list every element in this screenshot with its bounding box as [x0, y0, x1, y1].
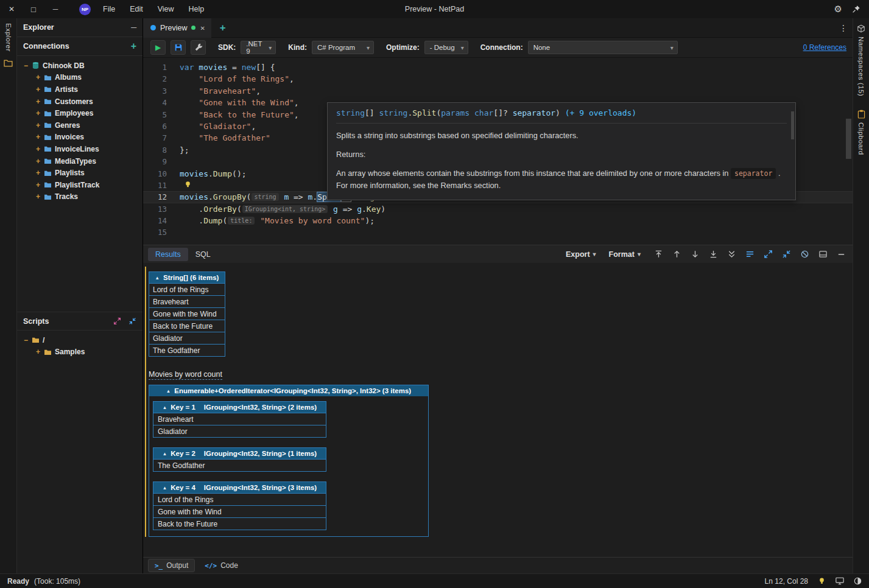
minimize-window-icon[interactable]	[51, 5, 60, 13]
download-icon[interactable]	[708, 249, 719, 259]
connection-select[interactable]: None	[528, 41, 678, 54]
run-button[interactable]	[150, 40, 166, 55]
kind-select[interactable]: C# Program	[312, 41, 374, 54]
expander-icon[interactable]	[35, 181, 41, 189]
expander-icon[interactable]	[35, 85, 41, 94]
lightbulb-icon[interactable]	[185, 181, 191, 188]
tree-item-employees[interactable]: Employees	[17, 107, 142, 119]
menu-help[interactable]: Help	[183, 2, 211, 16]
tab-results[interactable]: Results	[148, 248, 188, 261]
expander-icon[interactable]	[35, 192, 41, 201]
collapse-panel-icon[interactable]	[131, 23, 136, 32]
tab-sql[interactable]: SQL	[188, 248, 218, 261]
scripts-item-root[interactable]: /	[17, 334, 142, 346]
add-connection-icon[interactable]	[131, 41, 136, 52]
expander-icon[interactable]	[35, 169, 41, 177]
settings-gear-icon[interactable]	[834, 4, 842, 15]
group-table-header[interactable]: Key = 2IGrouping<Int32, String> (1 items…	[153, 447, 326, 460]
rail-item-namespaces[interactable]: Namespaces (15)	[857, 24, 865, 96]
expander-icon[interactable]	[35, 133, 41, 141]
minimize-icon[interactable]	[836, 249, 846, 259]
optimize-label: Optimize:	[386, 43, 420, 52]
menu-file[interactable]: File	[97, 2, 121, 16]
tree-item-artists[interactable]: Artists	[17, 83, 142, 96]
new-tab-button[interactable]	[220, 22, 226, 34]
close-window-icon[interactable]	[7, 5, 16, 13]
scripts-item-samples[interactable]: Samples	[17, 346, 142, 359]
result-row: Braveheart	[149, 296, 225, 308]
more-options-icon[interactable]	[839, 23, 848, 33]
menu-view[interactable]: View	[152, 2, 180, 16]
code-token: (	[247, 192, 252, 201]
tab-preview[interactable]: Preview	[143, 18, 211, 38]
sidebar: Explorer Connections Chinook DBAlbumsArt…	[17, 18, 143, 573]
rail-item-clipboard[interactable]: Clipboard	[857, 110, 865, 155]
format-dropdown[interactable]: Format	[609, 250, 641, 259]
export-dropdown[interactable]: Export	[566, 250, 596, 259]
theme-contrast-icon[interactable]	[854, 577, 862, 585]
tree-item-genres[interactable]: Genres	[17, 119, 142, 131]
tree-item-playlisttrack[interactable]: PlaylistTrack	[17, 179, 142, 191]
code-editor[interactable]: 1var movies = new[] {2 "Lord of the Ring…	[143, 58, 853, 245]
line-number: 11	[143, 180, 180, 191]
tree-item-albums[interactable]: Albums	[17, 72, 142, 84]
pin-icon[interactable]	[852, 5, 860, 13]
tab-output[interactable]: >_ Output	[148, 559, 195, 572]
arrow-up-icon[interactable]	[672, 249, 682, 259]
tree-item-invoices[interactable]: Invoices	[17, 131, 142, 144]
rail-explorer-label[interactable]: Explorer	[5, 23, 12, 52]
cursor-position[interactable]: Ln 12, Col 28	[765, 577, 808, 586]
lightbulb-icon[interactable]	[818, 577, 826, 585]
optimize-select[interactable]: - Debug	[424, 41, 468, 54]
tree-item-tracks[interactable]: Tracks	[17, 191, 142, 203]
properties-button[interactable]	[191, 40, 206, 55]
tree-item-mediatypes[interactable]: MediaTypes	[17, 155, 142, 167]
expander-icon[interactable]	[35, 73, 41, 82]
expander-icon[interactable]	[35, 97, 41, 106]
tooltip-signature: string[] string.Split(params char[]? sep…	[336, 108, 787, 124]
tooltip-scrollbar[interactable]	[791, 111, 794, 139]
expander-icon[interactable]	[35, 109, 41, 117]
expander-icon[interactable]	[35, 157, 41, 166]
tree-item-invoicelines[interactable]: InvoiceLines	[17, 143, 142, 155]
chevrons-down-icon[interactable]	[727, 249, 737, 259]
monitor-icon[interactable]	[836, 577, 844, 585]
scroll-top-icon[interactable]	[653, 249, 664, 259]
menu-edit[interactable]: Edit	[124, 2, 149, 16]
ban-icon[interactable]	[800, 249, 810, 259]
editor-scrollbar-thumb[interactable]	[846, 119, 851, 159]
expand-scripts-icon[interactable]	[113, 317, 121, 325]
tree-item-connection-root[interactable]: Chinook DB	[17, 60, 142, 72]
array-table-header[interactable]: String[] (6 items)	[149, 272, 225, 284]
expand-icon[interactable]	[763, 249, 773, 259]
editor-scrollbar[interactable]	[846, 58, 851, 245]
results-tabbar: Results SQL Export Format	[143, 245, 853, 263]
code-token: "Back to the Future"	[199, 110, 294, 119]
tree-item-playlists[interactable]: Playlists	[17, 167, 142, 179]
folder-icon[interactable]	[4, 59, 13, 67]
grouping-outer-header[interactable]: Enumerable+OrderedIterator<IGrouping<Int…	[149, 385, 428, 396]
expander-icon[interactable]	[35, 348, 41, 356]
collapse-icon[interactable]	[781, 249, 792, 259]
tree-item-customers[interactable]: Customers	[17, 96, 142, 108]
expander-icon[interactable]	[23, 61, 29, 70]
arrow-down-icon[interactable]	[690, 249, 700, 259]
line-number: 6	[143, 121, 180, 132]
group-table-header[interactable]: Key = 4IGrouping<Int32, String> (3 items…	[153, 481, 326, 494]
close-tab-icon[interactable]	[200, 24, 205, 32]
expander-icon[interactable]	[23, 336, 29, 345]
collapse-scripts-icon[interactable]	[128, 317, 136, 325]
expander-icon[interactable]	[35, 145, 41, 153]
expander-icon[interactable]	[35, 121, 41, 130]
wrap-text-icon[interactable]	[745, 249, 755, 259]
line-number: 4	[143, 97, 180, 108]
tab-code[interactable]: </> Code	[199, 559, 244, 572]
references-link[interactable]: 0 References	[803, 43, 846, 52]
right-activity-rail: Namespaces (15)Clipboard	[853, 18, 869, 573]
code-text: .Dump(title: "Movies by word count");	[180, 215, 375, 226]
group-table-header[interactable]: Key = 1IGrouping<Int32, String> (2 items…	[153, 401, 326, 413]
sdk-select[interactable]: .NET 9	[241, 41, 276, 54]
panel-icon[interactable]	[818, 249, 828, 259]
maximize-window-icon[interactable]	[29, 5, 38, 14]
save-button[interactable]	[171, 40, 186, 55]
